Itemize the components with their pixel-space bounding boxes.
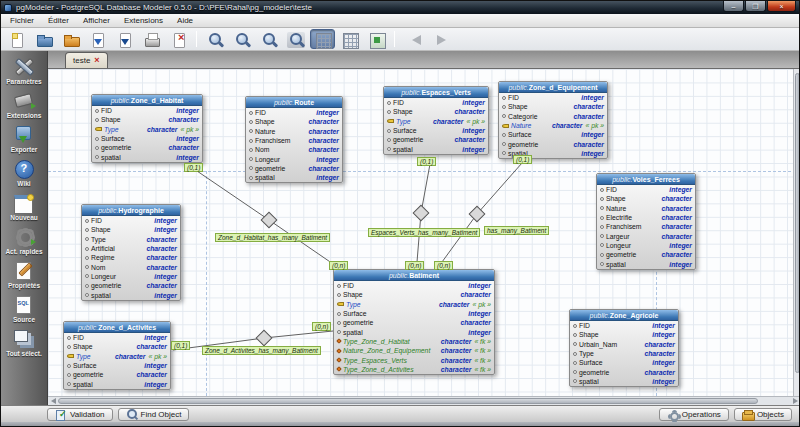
column-row[interactable]: Shapecharacter [246,117,342,126]
column-row[interactable]: Typecharacter« pk » [64,352,170,361]
relationship-name-label[interactable]: Espaces_Verts_has_many_Batiment [368,228,480,237]
open-model-button[interactable] [31,29,56,49]
relationship-name-label[interactable]: has_many_Batiment [484,226,549,235]
scroll-right-button[interactable] [793,398,798,404]
column-row[interactable]: geometriecharacter [570,367,678,376]
column-row[interactable]: Franchisemcharacter [597,222,695,231]
entity-header[interactable]: public.Batiment [334,270,494,281]
entity-route[interactable]: public.RouteFIDintegerShapecharacterNatu… [245,96,343,183]
column-row[interactable]: Typecharacter« pk » [334,300,494,309]
column-row[interactable]: Longeurinteger [246,154,342,163]
column-row[interactable]: Shapecharacter [384,107,488,116]
operations-button[interactable]: Operations [659,408,729,421]
column-row[interactable]: FIDinteger [64,333,170,342]
entity-header[interactable]: public.Zone_d_Habitat [92,95,202,106]
column-row[interactable]: Shapecharacter [64,342,170,351]
sidebar-item-wiki[interactable]: Wiki [1,155,47,189]
normal-zoom-button[interactable] [229,29,254,49]
undo-button[interactable] [400,29,425,49]
zoom-in-button[interactable] [256,29,281,49]
close-model-button[interactable] [166,29,191,49]
column-row[interactable]: Nature_Zone_d_Equipementcharacter« fk » [334,346,494,355]
column-row[interactable]: Nomcharacter [246,145,342,154]
tab-teste[interactable]: teste× [65,52,108,68]
column-row[interactable]: Typecharacter [82,235,180,244]
column-row[interactable]: Surfaceinteger [384,126,488,135]
sidebar-item-act-rapides[interactable]: Act. rapides [1,223,47,257]
column-row[interactable]: spatialinteger [597,259,695,268]
sidebar-item-proprietes[interactable]: Propriétés [1,257,47,291]
column-row[interactable]: FIDinteger [570,321,678,330]
column-row[interactable]: spatialinteger [384,144,488,153]
column-row[interactable]: Electrifiecharacter [597,213,695,222]
column-row[interactable]: spatialinteger [246,173,342,182]
column-row[interactable]: FIDinteger [82,216,180,225]
entity-zone-d-habitat[interactable]: public.Zone_d_HabitatFIDintegerShapechar… [91,94,203,163]
column-row[interactable]: geometriecharacter [246,164,342,173]
entity-hydrographie[interactable]: public.HydrographieFIDintegerShapeintege… [81,204,181,301]
tab-close-icon[interactable]: × [94,56,99,65]
column-row[interactable]: Artificialcharacter [82,244,180,253]
horizontal-scrollbar[interactable] [48,396,800,405]
entity-header[interactable]: public.Voies_Ferrees [597,174,695,185]
diagram-canvas[interactable]: public.Zone_d_HabitatFIDintegerShapechar… [48,69,800,396]
sidebar-item-tout-select[interactable]: Tout sélect. [1,325,47,359]
relationship-diamond[interactable] [256,330,272,346]
column-row[interactable]: Franchisemcharacter [246,136,342,145]
entity-batiment[interactable]: public.BatimentFIDintegerShapecharacterT… [333,269,495,375]
recent-models-button[interactable] [58,29,83,49]
column-row[interactable]: Type_Espaces_Vertscharacter« fk » [334,355,494,364]
redo-button[interactable] [427,29,452,49]
sidebar-item-exporter[interactable]: Exporter [1,121,47,155]
sidebar-item-extensions[interactable]: Extensions [1,87,47,121]
relationship-zone-d-habitat-has-many-batiment[interactable] [197,171,339,268]
menu-fichier[interactable]: Fichier [3,14,41,27]
column-row[interactable]: FIDinteger [597,185,695,194]
column-row[interactable]: Urbain_Namcharacter [570,340,678,349]
column-row[interactable]: geometriecharacter [82,281,180,290]
relationship-zone-d-equipement-has-many-batiment[interactable] [442,163,522,262]
entity-header[interactable]: public.Zone_Agricole [570,310,678,321]
entity-zone-d-activites[interactable]: public.Zone_d_ActivitesFIDintegerShapech… [63,321,171,390]
relationship-espaces-verts-has-many-batiment[interactable] [413,164,430,262]
sidebar-item-source[interactable]: Source [1,291,47,325]
column-row[interactable]: Shapeinteger [82,225,180,234]
column-row[interactable]: Shapeinteger [570,330,678,339]
column-row[interactable]: geometriecharacter [92,143,202,152]
column-row[interactable]: spatialinteger [82,290,180,299]
column-row[interactable]: spatialinteger [92,152,202,161]
relationship-diamond[interactable] [413,205,429,221]
column-row[interactable]: geometriecharacter [64,370,170,379]
column-row[interactable]: Shapecharacter [597,194,695,203]
model-overview-button[interactable] [283,29,308,49]
column-row[interactable]: Surfaceinteger [499,130,607,139]
relationship-name-label[interactable]: Zone_d_Habitat_has_many_Batiment [215,233,330,242]
column-row[interactable]: geometriecharacter [384,135,488,144]
print-model-button[interactable] [139,29,164,49]
close-button[interactable]: × [767,1,796,12]
column-row[interactable]: FIDinteger [334,281,494,290]
entity-header[interactable]: public.Zone_d_Equipement [499,82,607,93]
align-grid-button[interactable] [337,29,362,49]
menu-editer[interactable]: Éditer [41,14,76,27]
column-row[interactable]: geometriecharacter [499,139,607,148]
column-row[interactable]: Type_Zone_d_Habitatcharacter« fk » [334,337,494,346]
menu-extensions[interactable]: Extensions [117,14,170,27]
menu-afficher[interactable]: Afficher [76,14,117,27]
column-row[interactable]: spatialinteger [570,377,678,386]
relationship-diamond[interactable] [261,212,277,228]
column-row[interactable]: geometriecharacter [597,250,695,259]
column-row[interactable]: spatialinteger [334,327,494,336]
column-row[interactable]: Naturecharacter [597,204,695,213]
entity-espaces-verts[interactable]: public.Espaces_VertsFIDintegerShapechara… [383,86,489,155]
column-row[interactable]: Categoriecharacter [499,112,607,121]
objects-button[interactable]: Objects [734,408,792,421]
column-row[interactable]: Naturecharacter [246,127,342,136]
column-row[interactable]: Typecharacter« pk » [384,117,488,126]
fit-screen-button[interactable] [364,29,389,49]
save-model-button[interactable] [85,29,110,49]
column-row[interactable]: FIDinteger [384,98,488,107]
column-row[interactable]: Regimecharacter [82,253,180,262]
column-row[interactable]: Typecharacter« pk » [92,125,202,134]
column-row[interactable]: Naturecharacter« pk » [499,121,607,130]
